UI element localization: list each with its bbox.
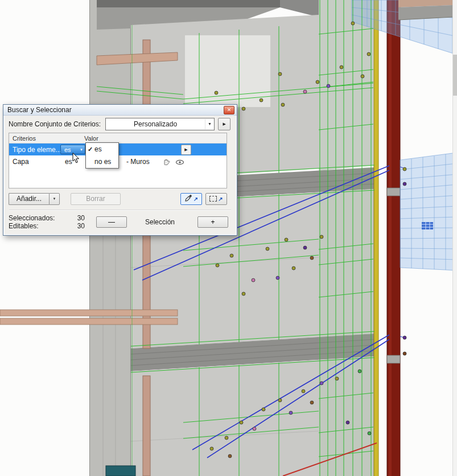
delete-button[interactable]: Borrar (71, 193, 121, 205)
criterion-name: Tipo de eleme... (9, 146, 60, 154)
scrollbar-thumb[interactable] (453, 55, 457, 96)
criteria-set-combo[interactable]: Personalizado ▼ (105, 118, 215, 130)
criteria-set-flyout-button[interactable]: ▶ (218, 118, 230, 130)
add-button[interactable]: Añadir... (9, 193, 49, 205)
red-wall[interactable] (374, 0, 400, 476)
eyedropper-icon (184, 194, 192, 204)
dialog-title: Buscar y Seleccionar (7, 106, 72, 114)
flyout-arrow-icon: ▶ (223, 122, 225, 126)
menu-item-label: es (94, 145, 102, 153)
dialog-titlebar[interactable]: Buscar y Seleccionar ✕ (3, 105, 237, 116)
close-button[interactable]: ✕ (224, 106, 234, 114)
chevron-down-icon: ▼ (53, 197, 56, 200)
criterion-value: - Muros (125, 158, 150, 166)
menu-item-no-es[interactable]: no es (86, 155, 118, 168)
criteria-table: Criterios Valor Tipo de eleme... es ▼ ▶ … (9, 133, 227, 188)
grid-symbol[interactable] (422, 222, 433, 229)
check-icon: ✓ (86, 146, 94, 153)
mouse-cursor (72, 153, 80, 164)
add-split-button: Añadir... ▼ (9, 193, 60, 205)
selection-counts: Seleccionados: 30 Editables: 30 (9, 214, 92, 230)
flyout-arrow-icon: ▶ (184, 147, 187, 152)
teal-element[interactable] (106, 466, 135, 476)
3d-scene (0, 0, 457, 476)
grid-plane-right[interactable] (400, 153, 457, 270)
chevron-down-icon: ▼ (80, 148, 83, 151)
add-dropdown-arrow-button[interactable]: ▼ (49, 193, 60, 205)
chevron-down-icon: ▼ (205, 119, 214, 129)
selected-label: Seleccionados: (9, 214, 55, 222)
criterion-name: Capa (9, 158, 60, 166)
north-east-arrow-icon: ↗ (193, 196, 198, 202)
hand-icon[interactable] (162, 158, 171, 167)
vertical-scrollbar[interactable] (452, 0, 457, 476)
selected-count: 30 (77, 214, 92, 222)
minus-icon: — (108, 218, 115, 226)
relation-value: es (64, 146, 71, 153)
criteria-set-value: Personalizado (106, 120, 205, 128)
north-east-arrow-icon: ↗ (218, 196, 223, 202)
row-flyout-button[interactable]: ▶ (181, 145, 191, 155)
pick-up-settings-button[interactable]: ↗ (180, 193, 202, 205)
marquee-button[interactable]: ↗ (205, 193, 227, 205)
building-masses[interactable] (0, 0, 374, 476)
editable-count: 30 (77, 222, 92, 230)
relation-dropdown-menu: ✓ es no es (85, 142, 119, 169)
menu-item-label: no es (94, 158, 111, 166)
application-window: Buscar y Seleccionar ✕ Nombre Conjunto d… (0, 0, 457, 476)
find-select-dialog: Buscar y Seleccionar ✕ Nombre Conjunto d… (3, 104, 237, 236)
close-icon: ✕ (227, 107, 232, 113)
marquee-icon (209, 196, 217, 202)
column-header-criterios: Criterios (9, 135, 84, 142)
select-button[interactable]: + (197, 216, 228, 228)
top-right-beam[interactable] (398, 0, 452, 20)
column-header-valor: Valor (84, 135, 98, 142)
plus-icon: + (211, 218, 215, 226)
criteria-set-label: Nombre Conjunto de Criterios: (9, 120, 101, 128)
deselect-button[interactable]: — (96, 216, 127, 228)
eye-icon[interactable] (175, 159, 184, 167)
menu-item-es[interactable]: ✓ es (86, 143, 118, 155)
editable-label: Editables: (9, 222, 39, 230)
selection-label: Selección (127, 218, 193, 226)
